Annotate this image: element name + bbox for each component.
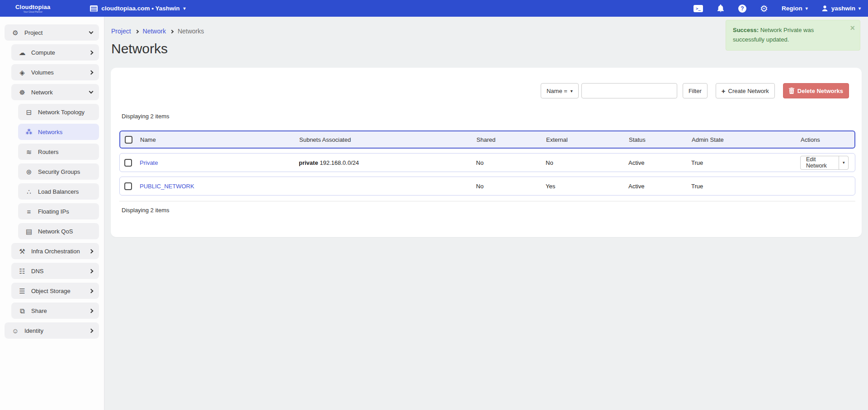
help-icon[interactable]: ? xyxy=(738,5,746,13)
sidebar-item-networks[interactable]: ⁂ Networks xyxy=(18,124,99,140)
sidebar-item-compute[interactable]: ☁ Compute xyxy=(11,44,99,61)
web-console-icon[interactable]: >_ xyxy=(693,5,703,12)
sidebar-item-share[interactable]: ⧉ Share xyxy=(11,303,99,319)
sidebar-item-network-qos[interactable]: ▤ Network QoS xyxy=(18,223,99,239)
sidebar-item-network-topology[interactable]: ⊟ Network Topology xyxy=(18,104,99,120)
breadcrumb-network[interactable]: Network xyxy=(143,28,166,35)
row-actions-split-button: Edit Network ▾ xyxy=(800,156,849,170)
sidebar-item-volumes[interactable]: ◈ Volumes xyxy=(11,64,99,80)
brand-logo[interactable]: Cloudtopiaa Your Cloud Partner xyxy=(15,4,50,13)
external-cell: Yes xyxy=(546,183,628,190)
network-topology-icon: ⊟ xyxy=(24,109,34,116)
region-label: Region xyxy=(782,5,802,12)
domain-list-icon xyxy=(90,5,98,12)
column-header-shared: Shared xyxy=(476,136,546,143)
row-checkbox[interactable] xyxy=(124,159,132,167)
alert-title: Success: xyxy=(733,27,759,33)
edit-network-button[interactable]: Edit Network xyxy=(801,156,839,169)
column-header-external: External xyxy=(546,136,629,143)
chevron-right-icon xyxy=(89,328,94,333)
sidebar-item-routers[interactable]: ≋ Routers xyxy=(18,144,99,160)
column-header-admin-state: Admin State xyxy=(692,136,801,143)
chevron-right-icon xyxy=(89,269,94,273)
object-storage-icon: ☰ xyxy=(17,288,28,294)
select-all-checkbox[interactable] xyxy=(125,136,132,144)
sidebar-item-network[interactable]: ☸ Network xyxy=(11,84,99,100)
compute-cloud-icon: ☁ xyxy=(17,49,28,56)
chevron-down-icon xyxy=(89,89,94,94)
network-link[interactable]: Private xyxy=(140,159,158,166)
notifications-bell-icon[interactable] xyxy=(717,4,725,13)
user-label: yashwin xyxy=(831,5,855,12)
sidebar-item-load-balancers[interactable]: ∴ Load Balancers xyxy=(18,183,99,200)
sidebar-item-dns[interactable]: ☷ DNS xyxy=(11,263,99,279)
share-file-icon: ⧉ xyxy=(17,308,28,314)
chevron-down-icon: ▾ xyxy=(806,6,808,11)
status-cell: Active xyxy=(628,159,691,166)
filter-button[interactable]: Filter xyxy=(683,83,708,98)
actions-dropdown-toggle[interactable]: ▾ xyxy=(839,156,848,169)
table-toolbar: Name = ▾ Filter + Create Network Delete … xyxy=(111,68,862,98)
sidebar-nav: ⚙ Project ☁ Compute ◈ Volumes ☸ Network … xyxy=(0,17,104,410)
chevron-right-icon xyxy=(89,50,94,55)
chevron-down-icon: ▾ xyxy=(859,6,861,11)
row-checkbox[interactable] xyxy=(124,182,132,190)
table-header-row: Name Subnets Associated Shared External … xyxy=(119,130,855,149)
chevron-down-icon: ▾ xyxy=(571,89,573,93)
delete-networks-button[interactable]: Delete Networks xyxy=(783,83,849,98)
breadcrumb-project[interactable]: Project xyxy=(111,28,131,35)
region-menu[interactable]: Region ▾ xyxy=(782,5,808,12)
shared-cell: No xyxy=(476,183,546,190)
sidebar-item-object-storage[interactable]: ☰ Object Storage xyxy=(11,283,99,299)
filter-field-select[interactable]: Name = ▾ xyxy=(541,83,579,98)
project-icon: ⚙ xyxy=(10,29,21,36)
networks-nodes-icon: ⁂ xyxy=(24,129,34,135)
shared-cell: No xyxy=(476,159,546,166)
table-row: PUBLIC_NETWORK No Yes Active True xyxy=(119,177,855,196)
external-cell: No xyxy=(546,159,628,166)
settings-gear-icon[interactable]: ⚙ xyxy=(760,4,768,13)
identity-card-icon: ☺ xyxy=(10,327,21,334)
chevron-right-icon xyxy=(89,70,94,75)
network-link[interactable]: PUBLIC_NETWORK xyxy=(140,183,194,190)
brand-tagline: Your Cloud Partner xyxy=(23,11,42,13)
admin-state-cell: True xyxy=(691,159,800,166)
routers-icon: ≋ xyxy=(24,149,34,155)
networks-panel: Name = ▾ Filter + Create Network Delete … xyxy=(111,68,862,237)
sidebar-item-project[interactable]: ⚙ Project xyxy=(5,24,99,41)
sidebar-item-security-groups[interactable]: ⊛ Security Groups xyxy=(18,163,99,180)
network-icon: ☸ xyxy=(17,89,28,96)
success-alert: Success: Network Private was successfull… xyxy=(726,20,860,51)
filter-input[interactable] xyxy=(581,83,677,98)
table-row: Private private 192.168.0.0/24 No No Act… xyxy=(119,153,855,172)
items-count-bottom: Displaying 2 items xyxy=(122,207,862,214)
items-count-top: Displaying 2 items xyxy=(122,113,862,120)
chevron-right-icon xyxy=(89,308,94,313)
load-balancers-icon: ∴ xyxy=(24,188,34,195)
close-icon[interactable]: × xyxy=(850,24,855,32)
trash-icon xyxy=(789,88,794,94)
status-cell: Active xyxy=(628,183,691,190)
chevron-right-icon xyxy=(89,249,94,253)
chevron-right-icon xyxy=(135,29,138,33)
sidebar-item-floating-ips[interactable]: ≡ Floating IPs xyxy=(18,203,99,219)
sidebar-item-infra-orchestration[interactable]: ⚒ Infra Orchestration xyxy=(11,243,99,259)
user-person-icon xyxy=(821,5,828,12)
network-qos-icon: ▤ xyxy=(24,228,34,235)
chevron-down-icon: ▾ xyxy=(184,6,186,11)
context-label: cloudtopiaa.com • Yashwin xyxy=(101,5,179,12)
top-navbar: Cloudtopiaa Your Cloud Partner cloudtopi… xyxy=(0,0,868,17)
create-network-button[interactable]: + Create Network xyxy=(716,83,775,98)
breadcrumb-current: Networks xyxy=(178,28,204,35)
chevron-down-icon xyxy=(89,30,94,34)
user-menu[interactable]: yashwin ▾ xyxy=(821,5,861,12)
infra-orchestration-icon: ⚒ xyxy=(17,248,28,255)
security-groups-icon: ⊛ xyxy=(24,168,34,175)
column-header-name: Name xyxy=(140,136,299,143)
plus-icon: + xyxy=(722,87,726,95)
sidebar-item-identity[interactable]: ☺ Identity xyxy=(5,322,99,339)
networks-table: Name Subnets Associated Shared External … xyxy=(119,130,855,196)
admin-state-cell: True xyxy=(691,183,800,190)
column-header-subnets: Subnets Associated xyxy=(299,136,476,143)
project-context-switcher[interactable]: cloudtopiaa.com • Yashwin ▾ xyxy=(90,5,185,12)
